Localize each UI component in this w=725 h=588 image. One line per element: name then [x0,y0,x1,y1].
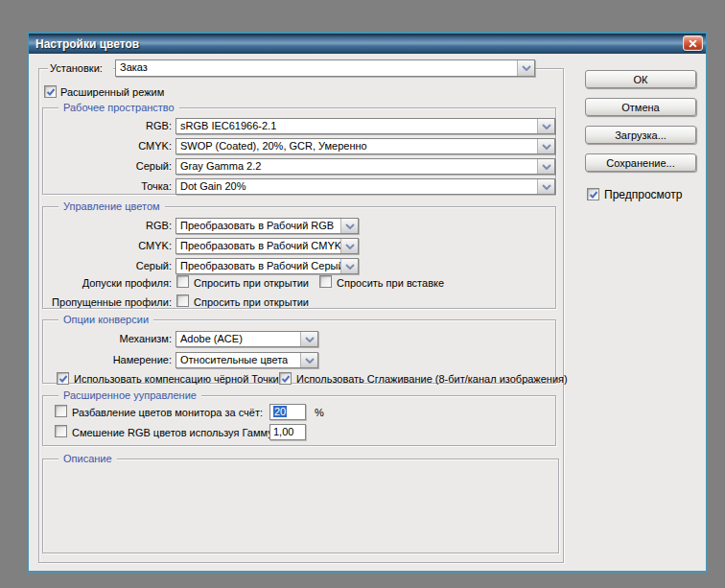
preview-label: Предпросмотр [604,189,682,201]
advanced-mode-label: Расширенный режим [60,86,164,99]
select-value: Преобразовать в Рабочий Серый [176,259,340,273]
engine-label: Механизм: [43,333,172,345]
preview-checkbox[interactable] [587,188,599,200]
blend-gamma-checkbox[interactable] [55,425,67,437]
select-value: Adobe (ACE) [176,332,300,346]
load-button-label: Загрузка... [615,129,667,141]
select-value: SWOP (Coated), 20%, GCR, Умеренно [176,139,537,153]
ask-when-pasting-label: Спросить при вставке [337,277,444,290]
blend-gamma-field[interactable]: 1,00 [269,424,306,440]
profile-mismatches-label: Допуски профиля: [43,277,172,290]
chevron-down-icon [537,119,554,133]
select-value: sRGB IEC61966-2.1 [176,119,537,133]
rgb-workspace-label: RGB: [43,120,172,132]
gray-policy-label: Серый: [43,260,172,272]
chevron-down-icon [340,239,358,253]
gray-policy-select[interactable]: Преобразовать в Рабочий Серый [175,258,359,274]
window-title: Настройки цветов [35,37,139,51]
ok-button-label: ОК [634,74,648,85]
engine-select[interactable]: Adobe (ACE) [175,331,318,347]
intent-select[interactable]: Относительные цвета [175,352,318,368]
chevron-down-icon [537,179,554,194]
chevron-down-icon [537,159,554,174]
spot-workspace-label: Точка: [43,180,172,193]
cmyk-workspace-select[interactable]: SWOP (Coated), 20%, GCR, Умеренно [175,138,555,154]
check-icon [58,374,68,384]
desaturate-label: Разбавление цветов монитора за счёт: [72,407,263,419]
chevron-down-icon [517,60,534,76]
desaturate-suffix: % [315,407,324,419]
ask-when-opening-label: Спросить при открытии [194,277,309,290]
rgb-policy-label: RGB: [43,220,172,232]
chevron-down-icon [340,259,358,273]
black-point-compensation-label: Использовать компенсацию чёрной Точки [74,373,279,386]
missing-ask-when-opening-label: Спросить при открытии [194,296,309,309]
spot-workspace-select[interactable]: Dot Gain 20% [175,178,555,195]
select-value: Преобразовать в Рабочий RGB [176,219,340,233]
color-management-group: Управление цветом RGB: Преобразовать в Р… [42,206,556,309]
rgb-workspace-select[interactable]: sRGB IEC61966-2.1 [175,118,555,134]
select-value: Gray Gamma 2.2 [176,159,537,174]
selected-text: 20 [273,406,287,417]
desaturate-checkbox[interactable] [55,405,67,417]
select-value: Относительные цвета [176,353,300,367]
chevron-down-icon [537,139,554,153]
working-space-group: Рабочее пространство RGB: sRGB IEC61966-… [42,107,556,195]
chevron-down-icon [300,353,317,367]
conversion-options-title: Опции конверсии [58,314,153,326]
select-value: Dot Gain 20% [176,179,537,194]
dither-label: Использовать Сглаживание (8-бит/канал из… [296,373,568,386]
cancel-button[interactable]: Отмена [585,98,696,116]
ask-when-pasting-checkbox[interactable] [319,275,332,288]
chevron-down-icon [300,332,317,346]
advanced-mode-checkbox[interactable] [44,85,57,98]
gray-workspace-select[interactable]: Gray Gamma 2.2 [175,158,555,175]
missing-ask-when-opening-checkbox[interactable] [176,294,189,307]
desktop-background: Настройки цветов Установки: Заказ [0,0,725,588]
description-group: Описание [42,459,559,553]
presets-label: Установки: [48,62,113,75]
close-icon [689,39,697,48]
advanced-controls-group: Расширенное ууправление Разбавление цвет… [42,395,556,446]
close-button[interactable] [683,35,703,51]
blend-gamma-label: Смешение RGB цветов используя Гамму: [72,427,276,439]
check-icon [46,87,56,97]
cmyk-workspace-label: CMYK: [43,140,172,153]
ok-button[interactable]: ОК [585,70,696,88]
cmyk-policy-label: CMYK: [43,240,172,252]
check-icon [281,374,291,384]
missing-profiles-label: Пропущенные профили: [43,296,172,309]
gray-workspace-label: Серый: [43,160,172,173]
title-bar[interactable]: Настройки цветов [29,34,706,54]
presets-value: Заказ [116,60,517,76]
save-button[interactable]: Сохранение... [585,153,696,172]
cmyk-policy-select[interactable]: Преобразовать в Рабочий CMYK [175,238,359,254]
description-title: Описание [58,453,117,465]
black-point-compensation-checkbox[interactable] [57,372,69,385]
chevron-down-icon [340,219,358,233]
color-management-title: Управление цветом [58,200,165,213]
field-text: 1,00 [273,426,293,437]
rgb-policy-select[interactable]: Преобразовать в Рабочий RGB [175,218,359,234]
load-button[interactable]: Загрузка... [585,126,696,144]
ask-when-opening-checkbox[interactable] [176,275,189,288]
check-icon [589,190,598,200]
dither-checkbox[interactable] [279,372,292,385]
working-space-title: Рабочее пространство [58,102,179,114]
color-settings-dialog: Настройки цветов Установки: Заказ [27,32,708,573]
desaturate-amount-field[interactable]: 20 [269,404,306,420]
intent-label: Намерение: [43,354,172,366]
save-button-label: Сохранение... [606,157,674,169]
presets-select[interactable]: Заказ [115,59,535,77]
cancel-button-label: Отмена [621,102,659,113]
conversion-options-group: Опции конверсии Механизм: Adobe (ACE) На… [42,319,556,384]
select-value: Преобразовать в Рабочий CMYK [176,239,340,253]
advanced-controls-title: Расширенное ууправление [58,389,201,402]
